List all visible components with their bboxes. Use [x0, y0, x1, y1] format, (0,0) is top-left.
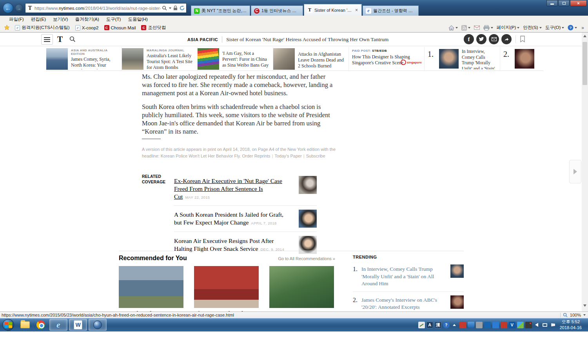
kim-jong-un-photo[interactable]: [194, 266, 259, 308]
safety-menu-button[interactable]: 안전(S): [523, 25, 541, 31]
menu-favorites[interactable]: 즐겨찾기(A): [71, 16, 102, 23]
ime-help-icon[interactable]: ?: [443, 322, 450, 328]
related-item[interactable]: A South Korean President Is Jailed for G…: [174, 205, 317, 232]
home-button[interactable]: [448, 25, 458, 31]
address-bar[interactable]: T https://www.nytimes.com/2018/04/13/wor…: [25, 3, 187, 13]
tab-nyt-active[interactable]: T Sister of Korean 'Nut Rage'... ×: [304, 4, 362, 16]
menu-help[interactable]: 도움말(H): [124, 16, 151, 23]
page-menu-button[interactable]: 페이지(P): [497, 25, 520, 31]
recommended-card[interactable]: Kim Jong-un of North K...: [194, 266, 259, 311]
rainbow-flag-thumbnail[interactable]: [198, 48, 219, 70]
section-link[interactable]: ASIA PACIFIC: [187, 37, 218, 42]
menu-edit[interactable]: 편집(E): [27, 16, 49, 23]
garden-photo[interactable]: [269, 266, 334, 308]
zoom-control[interactable]: 100%: [560, 313, 588, 317]
trending-link[interactable]: James Comey's Interview on ABC's '20/20'…: [361, 297, 437, 310]
trending-link[interactable]: In Interview, Comey Calls Trump 'Morally…: [361, 266, 434, 286]
carousel-title[interactable]: Australia's Least Likely Tourist Spot: A…: [147, 53, 195, 69]
zoom-dropdown-icon[interactable]: [583, 314, 586, 316]
order-reprints-link[interactable]: Order Reprints: [242, 154, 270, 158]
menu-file[interactable]: 파일(F): [5, 16, 27, 23]
carousel-title[interactable]: Attacks in Afghanistan Leave Dozens Dead…: [298, 51, 346, 69]
tray-security-shield-icon[interactable]: [468, 322, 474, 328]
search-icon[interactable]: [69, 36, 75, 42]
trending-item[interactable]: 2. James Comey's Interview on ABC's '20/…: [353, 292, 464, 311]
comey-thumbnail[interactable]: [439, 49, 459, 69]
scroll-down-button[interactable]: [582, 302, 588, 309]
nyt-logo[interactable]: T: [57, 34, 63, 44]
taskbar-ie-button[interactable]: e: [49, 319, 67, 331]
comey-thumbnail[interactable]: [515, 49, 534, 69]
tray-v3-antivirus-icon[interactable]: V: [509, 322, 515, 328]
carousel-title[interactable]: 'I Am Gay, Not a Pervert': Furor in Chin…: [222, 51, 270, 69]
search-icon[interactable]: [162, 5, 167, 11]
taskbar-chrome-button[interactable]: [33, 319, 49, 331]
tray-bluetooth-icon[interactable]: [484, 322, 491, 328]
carousel-item[interactable]: ASIA AND AUSTRALIA EDITION James Comey, …: [46, 47, 122, 71]
help-button[interactable]: ?: [568, 25, 577, 31]
ime-language-icon[interactable]: [418, 322, 425, 328]
all-recommendations-link[interactable]: Go to All Recommendations »: [278, 256, 335, 261]
feeds-button[interactable]: [461, 25, 470, 31]
refresh-icon[interactable]: [180, 5, 185, 11]
facebook-share-button[interactable]: f: [464, 34, 474, 44]
volume-icon[interactable]: [534, 322, 540, 328]
url-text[interactable]: https://www.nytimes.com/2018/04/13/world…: [34, 6, 161, 11]
save-bookmark-button[interactable]: [520, 36, 525, 43]
park-geun-hye-thumbnail[interactable]: [299, 210, 317, 228]
forward-button[interactable]: →: [15, 4, 23, 12]
network-icon[interactable]: [542, 322, 548, 328]
scrollbar-thumb[interactable]: [583, 42, 587, 85]
comey-thumbnail[interactable]: [450, 295, 464, 309]
back-button[interactable]: ←: [3, 3, 13, 13]
vertical-scrollbar[interactable]: [582, 33, 588, 311]
taskbar-explorer-button[interactable]: [17, 319, 33, 331]
start-button[interactable]: [2, 319, 14, 331]
tray-utility-icon[interactable]: [476, 322, 483, 328]
tray-color-app-icon[interactable]: [517, 322, 524, 328]
tab-chosun[interactable]: C 1등 인터넷뉴스 조선닷컴: [251, 5, 303, 16]
ship-thumbnail[interactable]: [46, 48, 68, 70]
address-dropdown-icon[interactable]: [169, 7, 171, 9]
tray-clipboard-icon[interactable]: [525, 322, 532, 328]
menu-tools[interactable]: 도구(T): [103, 16, 125, 23]
rubble-thumbnail[interactable]: [273, 48, 295, 70]
menu-view[interactable]: 보기(V): [49, 16, 71, 23]
close-button[interactable]: ×: [570, 0, 587, 6]
recommended-card[interactable]: WORDPLAY: [269, 266, 334, 311]
show-hidden-icons-button[interactable]: [451, 322, 458, 328]
minimize-button[interactable]: [546, 0, 558, 6]
zoom-level[interactable]: 100%: [570, 313, 581, 317]
dmz-photo[interactable]: [119, 266, 183, 308]
tray-remote-app-icon[interactable]: [492, 322, 499, 328]
korean-air-exec-thumbnail[interactable]: [299, 236, 317, 254]
carousel-trending-item[interactable]: 1. In Interview, Comey Calls Trump 'Mora…: [425, 47, 500, 71]
tab-naver-news[interactable]: N 美 NYT "조현민 논란, 봉건시...: [191, 5, 250, 16]
favorites-star-icon[interactable]: [4, 25, 10, 31]
tray-monitor-app-icon[interactable]: [501, 322, 507, 328]
taskbar-blue-app-button[interactable]: [89, 319, 107, 331]
favorite-xcoop2[interactable]: e X-coop2: [73, 24, 102, 31]
tab-close-icon[interactable]: ×: [354, 7, 359, 13]
favorite-remote-support[interactable]: e 원격지원(CTS시스템팀): [12, 24, 73, 31]
email-share-button[interactable]: [489, 34, 499, 44]
carousel-title[interactable]: In Interview, Comey Calls Trump 'Morally…: [462, 49, 497, 69]
related-title-link[interactable]: Korean Air Executive Resigns Post After …: [174, 237, 274, 252]
action-center-flag-icon[interactable]: [550, 322, 557, 328]
related-item[interactable]: Korean Air Executive Resigns Post After …: [174, 232, 317, 258]
trending-item[interactable]: 1. In Interview, Comey Calls Trump 'Mora…: [353, 261, 464, 292]
ime-english-icon[interactable]: A: [426, 322, 433, 328]
sections-menu-button[interactable]: [41, 34, 53, 45]
scroll-up-button[interactable]: [582, 33, 588, 39]
carousel-title[interactable]: James Comey, Syria, North Korea: Your Mo…: [71, 56, 119, 69]
favorite-chosun-mail[interactable]: C Chosun Mail: [102, 24, 139, 31]
toolbar-overflow-icon[interactable]: »: [581, 25, 584, 31]
twitter-share-button[interactable]: [476, 34, 486, 44]
taskbar-clock[interactable]: 오후 5:52 2018-04-16: [560, 319, 582, 331]
carousel-item[interactable]: MARALINGA JOURNAL Australia's Least Like…: [122, 47, 198, 71]
related-item[interactable]: Ex-Korean Air Executive in 'Nut Rage' Ca…: [174, 172, 317, 205]
subscribe-link[interactable]: Subscribe: [306, 154, 325, 158]
carousel-item[interactable]: 'I Am Gay, Not a Pervert': Furor in Chin…: [198, 47, 273, 71]
todays-paper-link[interactable]: Today's Paper: [274, 154, 301, 158]
carousel-next-button[interactable]: [569, 160, 581, 183]
